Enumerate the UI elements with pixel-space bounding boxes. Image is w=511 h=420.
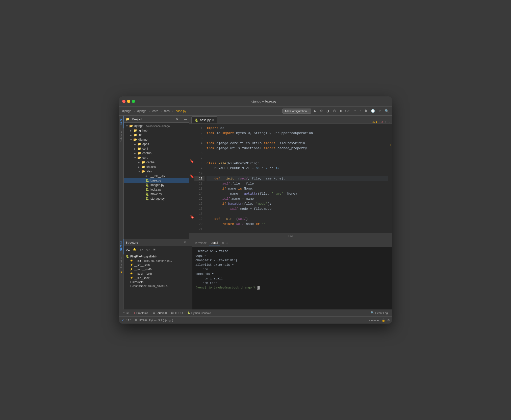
bottom-tab-git[interactable]: ⑂ Git: [121, 311, 131, 315]
terminal-minimize-icon[interactable]: —: [387, 241, 390, 245]
position-indicator[interactable]: 11:1: [126, 319, 132, 322]
breadcrumb-basepy[interactable]: base.py: [174, 109, 187, 113]
tree-item-tx[interactable]: ▶ 📁 .tx: [124, 133, 189, 137]
terminal-menu-icon[interactable]: ⋯: [382, 241, 385, 245]
code-editor[interactable]: 🔖 🔖 🔖: [189, 124, 392, 233]
stop-icon[interactable]: ■: [339, 109, 343, 113]
minimize-button[interactable]: [127, 100, 130, 103]
code-content[interactable]: import os from io import BytesIO, String…: [205, 124, 388, 233]
struct-method-chunks[interactable]: ≡ chunks(self, chunk_size=No...: [124, 284, 192, 288]
sidebar-label-project[interactable]: Project: [119, 116, 123, 128]
tree-minimize-icon[interactable]: —: [184, 118, 187, 121]
structure-panel: Structure Favorites ★ Structure ⚙ — AZ ⭐…: [119, 239, 192, 309]
close-button[interactable]: [122, 100, 125, 103]
tree-item-imagespy[interactable]: ▶ 🐍 images.py: [124, 183, 189, 187]
breadcrumb-core[interactable]: core: [151, 109, 159, 113]
add-configuration-button[interactable]: Add Configuration...: [282, 109, 311, 114]
settings-icon-indicator[interactable]: ⚙: [387, 319, 390, 322]
gutter-8: 🔖: [189, 159, 194, 164]
git-revert-icon[interactable]: ↩: [377, 109, 382, 113]
tree-gear-icon[interactable]: ⋯: [180, 117, 183, 121]
run-icon[interactable]: ▶: [313, 109, 317, 113]
git-branch-icon[interactable]: ⑂: [353, 109, 357, 113]
tree-name-init: __init__.py: [150, 174, 165, 178]
tree-expand-icon[interactable]: ⚙: [176, 117, 178, 121]
bottom-tab-python-console[interactable]: 🐍 Python Console: [185, 311, 213, 315]
branch-name: master: [371, 319, 380, 322]
tree-item-github[interactable]: ▶ 📁 .github: [124, 128, 189, 133]
editor-tab-basepy[interactable]: 🐍 base.py ✕: [191, 116, 217, 123]
tree-item-storagepy[interactable]: ▶ 🐍 storage.py: [124, 196, 189, 201]
search-icon[interactable]: 🔍: [384, 109, 390, 113]
arrow-django: ▼: [130, 138, 133, 141]
bottom-tab-todo[interactable]: ☑ TODO: [169, 310, 185, 315]
tree-item-root[interactable]: ▼ 📂 django ~/Workspace/django: [124, 124, 189, 128]
nav-up-icon[interactable]: ↑: [385, 120, 387, 123]
tree-name-lockspy: locks.py: [150, 188, 161, 191]
git-history-icon[interactable]: 🕐: [370, 109, 376, 113]
tree-item-basepy[interactable]: ▶ 🐍 base.py: [124, 178, 189, 183]
encoding-indicator[interactable]: UTF-8: [139, 319, 147, 322]
git-branch-indicator[interactable]: ⑂ master: [369, 319, 380, 322]
tree-item-cache[interactable]: ▶ 📁 cache: [124, 160, 189, 165]
profile-icon[interactable]: ⏱: [332, 109, 337, 113]
terminal-add-button[interactable]: +: [226, 241, 228, 245]
tab-close-button[interactable]: ✕: [212, 119, 214, 121]
python-logo: ✓: [121, 318, 124, 322]
tree-item-apps[interactable]: ▶ 📁 apps: [124, 142, 189, 146]
sidebar-label-favorites[interactable]: Favorites: [119, 254, 123, 270]
tree-item-files[interactable]: ▼ 📂 files: [124, 169, 189, 174]
debug-icon[interactable]: ⚙: [319, 109, 324, 113]
struct-root-class[interactable]: 🐍 File(FileProxyMixin): [124, 254, 192, 258]
struct-method-name-2: __str__(self): [134, 264, 150, 267]
sort-az-button[interactable]: AZ: [125, 247, 131, 252]
tree-item-django[interactable]: ▼ 📂 django: [124, 137, 189, 142]
struct-method-str[interactable]: ⚡ __str__(self): [124, 263, 192, 267]
editor-scrollbar[interactable]: [388, 124, 392, 233]
ln-19: 19: [194, 217, 205, 222]
tree-item-movepy[interactable]: ▶ 🐍 move.py: [124, 192, 189, 196]
struct-method-len[interactable]: ⚡ __len__(self): [124, 276, 192, 280]
expand-button[interactable]: 🏷: [138, 247, 144, 252]
event-log-button[interactable]: 🔍 Event Log: [369, 310, 390, 315]
tree-item-init[interactable]: ▶ ≡ __init__.py: [124, 174, 189, 178]
tree-name-conf: conf: [142, 147, 148, 150]
bottom-tab-terminal[interactable]: ▤ Terminal: [151, 310, 169, 315]
breadcrumb-django2[interactable]: django: [136, 109, 147, 113]
code-line-8: class File(FileProxyMixin):: [207, 161, 388, 166]
struct-method-repr[interactable]: ⚡ __repr__(self): [124, 267, 192, 271]
collapse-button[interactable]: </>: [145, 247, 150, 252]
python-version-indicator[interactable]: Python 3.9 (django): [149, 319, 173, 322]
tree-item-core[interactable]: ▼ 📂 core: [124, 155, 189, 160]
tree-item-lockspy[interactable]: ▶ 🐍 locks.py: [124, 187, 189, 192]
git-fetch-icon[interactable]: ⇅: [364, 109, 368, 113]
folder-icon-django: 📂: [133, 138, 137, 141]
maximize-button[interactable]: [132, 100, 135, 103]
folder-icon-root: 📂: [129, 124, 133, 128]
sidebar-label-database[interactable]: Database: [119, 128, 123, 144]
structure-settings-icon[interactable]: ⚙: [184, 241, 186, 244]
coverage-icon[interactable]: ◑: [325, 109, 330, 113]
struct-method-init[interactable]: ⚡ __init__(self, file, name=Non...: [124, 258, 192, 263]
filter-button[interactable]: ⭐: [132, 247, 137, 252]
todo-icon: ☑: [171, 311, 174, 314]
sidebar-label-structure[interactable]: Structure: [119, 239, 123, 254]
tree-item-checks[interactable]: ▶ 📁 checks: [124, 165, 189, 169]
lock-icon-indicator[interactable]: 🔒: [382, 319, 385, 322]
code-line-4: from django.core.files.utils import File…: [207, 141, 388, 146]
terminal-tab-local[interactable]: Local: [209, 240, 220, 246]
more-button[interactable]: ⊞: [151, 247, 157, 252]
tree-item-conf[interactable]: ▶ 📁 conf: [124, 146, 189, 151]
breadcrumb-files[interactable]: files: [163, 109, 170, 113]
tree-item-contrib[interactable]: ▶ 📁 contrib: [124, 151, 189, 155]
git-push-icon[interactable]: ↑: [359, 109, 362, 113]
nav-down-icon[interactable]: ↓: [389, 120, 390, 123]
struct-method-bool[interactable]: ⚡ __bool__(self): [124, 271, 192, 276]
breadcrumb-django1[interactable]: django: [121, 109, 132, 113]
struct-method-size[interactable]: ≡ size(self): [124, 280, 192, 284]
error-icon: ↕: [379, 120, 381, 123]
line-ending-indicator[interactable]: LF: [134, 319, 137, 322]
terminal-tab-close[interactable]: ✕: [222, 242, 224, 244]
structure-minimize-icon[interactable]: —: [187, 241, 190, 244]
bottom-tab-problems[interactable]: ● Problems: [132, 311, 150, 315]
